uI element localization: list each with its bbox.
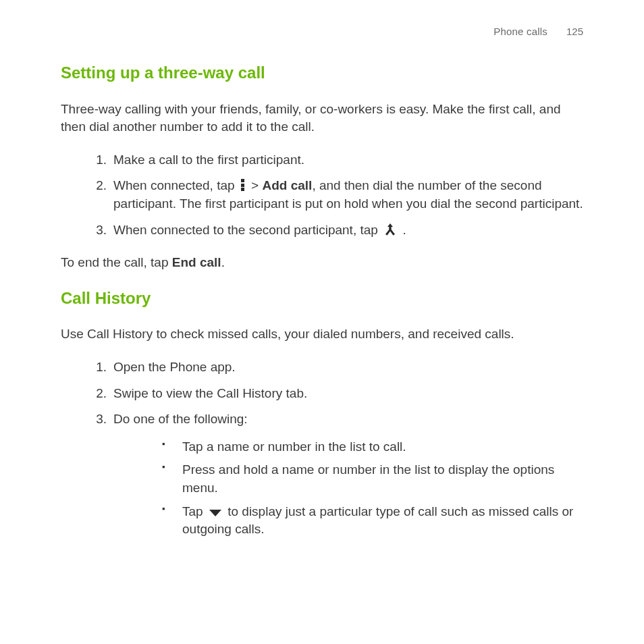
closer-b: . (221, 255, 225, 269)
bullet-text-b: to display just a particular type of cal… (182, 504, 573, 537)
bullet-3: Tap to display just a particular type of… (162, 503, 583, 539)
more-options-icon (241, 179, 245, 191)
closer-a: To end the call, tap (61, 255, 172, 269)
add-call-label: Add call (263, 178, 313, 192)
heading-three-way-call: Setting up a three-way call (61, 61, 583, 84)
page-header: Phone calls 125 (61, 24, 583, 38)
step-number: 3. (88, 221, 107, 240)
step-1: 1. Open the Phone app. (88, 358, 583, 377)
step-text: Open the Phone app. (113, 360, 236, 374)
step-text-gt: > (248, 178, 263, 192)
step-3: 3. When connected to the second particip… (88, 221, 583, 240)
bullet-2: Press and hold a name or number in the l… (162, 461, 583, 497)
bullet-text-a: Tap (182, 504, 207, 518)
step-1: 1. Make a call to the first participant. (88, 151, 583, 169)
merge-calls-icon (384, 223, 396, 236)
heading-call-history: Call History (61, 287, 583, 310)
bullet-list: Tap a name or number in the list to call… (113, 438, 583, 539)
step-2: 2. When connected, tap > Add call, and t… (88, 177, 583, 213)
step-2: 2. Swipe to view the Call History tab. (88, 385, 583, 403)
intro-three-way-call: Three-way calling with your friends, fam… (61, 101, 583, 136)
dropdown-filter-icon (209, 510, 221, 516)
step-number: 3. (88, 410, 107, 429)
step-number: 1. (88, 151, 107, 169)
step-text-part-b: . (399, 223, 406, 237)
step-text: Make a call to the first participant. (113, 153, 304, 167)
step-text: Swipe to view the Call History tab. (113, 386, 307, 400)
step-number: 2. (88, 385, 107, 403)
closer-three-way-call: To end the call, tap End call. (61, 254, 583, 272)
step-number: 2. (88, 177, 107, 195)
step-3: 3. Do one of the following: Tap a name o… (88, 410, 583, 539)
step-text: Do one of the following: (113, 412, 248, 426)
steps-call-history: 1. Open the Phone app. 2. Swipe to view … (61, 358, 583, 539)
header-section: Phone calls (493, 24, 547, 38)
step-text-part-a: When connected to the second participant… (113, 223, 381, 237)
step-number: 1. (88, 358, 107, 377)
header-page-number: 125 (566, 24, 583, 38)
step-text-part-a: When connected, tap (113, 178, 238, 192)
bullet-1: Tap a name or number in the list to call… (162, 438, 583, 456)
steps-three-way-call: 1. Make a call to the first participant.… (61, 151, 583, 239)
intro-call-history: Use Call History to check missed calls, … (61, 325, 583, 344)
end-call-label: End call (172, 255, 221, 269)
